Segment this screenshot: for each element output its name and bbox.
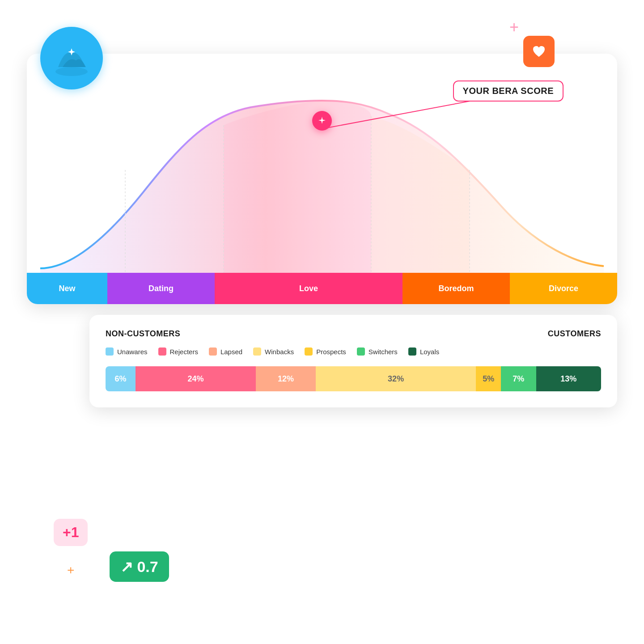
legend-item-loyals: Loyals xyxy=(408,347,439,356)
color-segment-dating: Dating xyxy=(107,273,215,304)
badge-plus1: +1 xyxy=(54,519,88,546)
bera-score-label: YOUR BERA SCORE xyxy=(453,80,564,102)
color-segment-boredom: Boredom xyxy=(402,273,510,304)
legend-swatch xyxy=(209,347,217,356)
non-customers-label: NON-CUSTOMERS xyxy=(106,329,180,339)
badge-07: ↗ 0.7 xyxy=(110,551,169,582)
legend-swatch xyxy=(408,347,416,356)
color-segment-love: Love xyxy=(215,273,402,304)
bar-segment: 7% xyxy=(501,366,536,391)
legend-label: Winbacks xyxy=(265,348,294,356)
legend-label: Lapsed xyxy=(220,348,242,356)
legend-swatch xyxy=(253,347,261,356)
legend-label: Switchers xyxy=(369,348,398,356)
bar-row: 6%24%12%32%5%7%13% xyxy=(106,366,601,391)
heart-badge[interactable] xyxy=(523,36,555,67)
legend-swatch xyxy=(305,347,313,356)
chart-card: YOUR BERA SCORE xyxy=(27,54,617,304)
bar-segment: 24% xyxy=(136,366,256,391)
legend-label: Prospects xyxy=(316,348,346,356)
customers-label: CUSTOMERS xyxy=(548,329,601,339)
plus-orange-icon: + xyxy=(67,563,74,577)
bar-segment: 6% xyxy=(106,366,136,391)
legend-label: Loyals xyxy=(420,348,439,356)
legend-swatch xyxy=(357,347,365,356)
legend-item-rejecters: Rejecters xyxy=(158,347,198,356)
bar-segment: 5% xyxy=(476,366,501,391)
color-segment-divorce: Divorce xyxy=(510,273,617,304)
bar-segment: 12% xyxy=(256,366,316,391)
svg-point-0 xyxy=(55,67,88,76)
legend-item-unawares: Unawares xyxy=(106,347,148,356)
legend-label: Rejecters xyxy=(170,348,198,356)
legend-item-winbacks: Winbacks xyxy=(253,347,294,356)
color-segment-new: New xyxy=(27,273,107,304)
legend-label: Unawares xyxy=(117,348,148,356)
color-bar: NewDatingLoveBoredomDivorce xyxy=(27,273,617,304)
legend-item-lapsed: Lapsed xyxy=(209,347,242,356)
legend-swatch xyxy=(158,347,166,356)
bar-segment: 13% xyxy=(536,366,602,391)
sparkle-dot xyxy=(312,111,332,131)
legend-item-prospects: Prospects xyxy=(305,347,346,356)
plus-pink-icon: + xyxy=(509,18,519,37)
data-card: NON-CUSTOMERS CUSTOMERS UnawaresRejecter… xyxy=(89,315,617,407)
avatar xyxy=(40,27,103,89)
legend-swatch xyxy=(106,347,114,356)
curve-container xyxy=(27,80,617,273)
main-container: + YOUR BERA SCORE xyxy=(27,54,617,407)
legend-item-switchers: Switchers xyxy=(357,347,398,356)
bar-segment: 32% xyxy=(316,366,476,391)
legend-row: UnawaresRejectersLapsedWinbacksProspects… xyxy=(106,347,601,356)
data-card-header: NON-CUSTOMERS CUSTOMERS xyxy=(106,329,601,339)
